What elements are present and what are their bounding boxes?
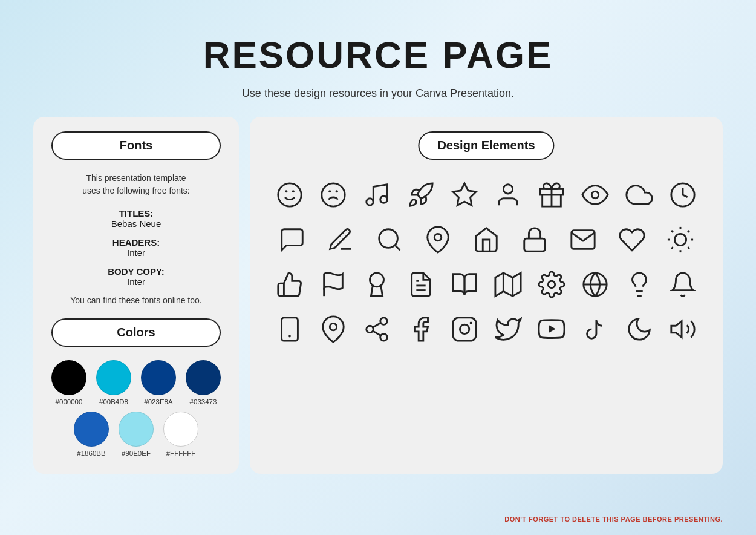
envelope-icon — [562, 222, 604, 258]
svg-point-34 — [548, 281, 555, 288]
fonts-header: Fonts — [51, 131, 221, 160]
facebook-icon — [400, 311, 442, 347]
color-swatch — [163, 412, 198, 447]
page-title: RESOURCE PAGE — [0, 0, 756, 76]
color-swatch — [96, 360, 131, 395]
svg-rect-37 — [282, 318, 298, 341]
icons-row-4 — [268, 311, 705, 347]
flag-icon — [312, 266, 354, 303]
svg-line-44 — [373, 323, 381, 327]
lock-icon — [513, 222, 556, 258]
find-fonts-text: You can find these fonts online too. — [51, 295, 221, 305]
left-panel: Fonts This presentation template uses th… — [33, 117, 239, 474]
fonts-description: This presentation template uses the foll… — [51, 172, 221, 197]
twitter-icon — [487, 311, 529, 347]
color-swatch — [119, 412, 154, 447]
chat-icon — [271, 222, 313, 258]
trophy-icon — [356, 266, 398, 303]
icons-row-1 — [268, 177, 705, 213]
svg-point-0 — [278, 183, 301, 206]
design-elements-header: Design Elements — [418, 131, 554, 160]
svg-line-21 — [671, 231, 673, 232]
color-swatch — [141, 360, 176, 395]
svg-point-9 — [503, 185, 512, 194]
color-black: #000000 — [51, 360, 86, 405]
color-swatch — [186, 360, 221, 395]
svg-point-42 — [380, 334, 388, 341]
page-subtitle: Use these design resources in your Canva… — [0, 87, 756, 100]
font-titles: TITLES: Bebas Neue — [51, 208, 221, 229]
svg-point-16 — [434, 234, 442, 241]
color-swatch — [51, 360, 86, 395]
svg-line-15 — [394, 245, 399, 250]
svg-point-28 — [370, 273, 384, 287]
color-row-1: #000000 #00B4D8 #023E8A #033473 — [51, 360, 221, 405]
rocket-icon — [400, 177, 442, 213]
thumbsup-icon — [269, 266, 311, 303]
colors-header: Colors — [51, 318, 221, 347]
smiley-icon — [269, 177, 311, 213]
megaphone-icon — [662, 311, 704, 347]
star-icon — [443, 177, 486, 213]
svg-marker-8 — [453, 183, 476, 205]
svg-point-6 — [367, 199, 374, 206]
icons-grid — [268, 177, 705, 347]
icons-row-2 — [268, 222, 705, 258]
svg-line-25 — [671, 247, 673, 249]
pin-icon — [417, 222, 459, 258]
document-icon — [400, 266, 442, 303]
svg-point-41 — [367, 326, 374, 333]
music-icon — [356, 177, 398, 213]
color-swatch — [74, 412, 109, 447]
svg-point-7 — [380, 196, 388, 203]
globe-icon — [574, 266, 616, 303]
icons-row-3 — [268, 266, 705, 303]
svg-rect-17 — [524, 238, 546, 251]
svg-point-39 — [330, 323, 337, 330]
color-medium-blue: #1860BB — [74, 412, 109, 457]
svg-rect-45 — [453, 318, 476, 341]
color-light-blue: #90E0EF — [119, 412, 154, 457]
clock-icon — [662, 177, 704, 213]
svg-marker-31 — [495, 273, 521, 296]
svg-line-43 — [373, 331, 381, 336]
color-dark-blue: #023E8A — [141, 360, 176, 405]
svg-line-22 — [688, 247, 689, 249]
svg-marker-47 — [549, 325, 556, 333]
main-container: Fonts This presentation template uses th… — [33, 117, 723, 474]
sad-face-icon — [312, 177, 354, 213]
svg-point-12 — [592, 191, 599, 199]
book-icon — [443, 266, 486, 303]
tiktok-icon — [574, 311, 616, 347]
gear-icon — [530, 266, 573, 303]
moon-icon — [618, 311, 660, 347]
svg-line-26 — [688, 231, 689, 232]
lightbulb-icon — [618, 266, 660, 303]
sun-icon — [659, 222, 702, 258]
person-icon — [487, 177, 529, 213]
color-navy: #033473 — [186, 360, 221, 405]
svg-point-18 — [674, 234, 686, 245]
right-panel: Design Elements — [250, 117, 723, 474]
mobile-icon — [269, 311, 311, 347]
eye-icon — [574, 177, 616, 213]
color-cyan: #00B4D8 — [96, 360, 131, 405]
color-white: #FFFFFF — [163, 412, 198, 457]
home-icon — [465, 222, 507, 258]
map-icon — [487, 266, 529, 303]
share-icon — [356, 311, 398, 347]
cloud-icon — [618, 177, 660, 213]
instagram-icon — [443, 311, 486, 347]
font-headers: HEADERS: Inter — [51, 237, 221, 258]
youtube-icon — [530, 311, 573, 347]
font-body: BODY COPY: Inter — [51, 266, 221, 287]
svg-point-40 — [380, 318, 388, 325]
svg-point-3 — [322, 183, 345, 206]
bell-icon — [662, 266, 704, 303]
heart-icon — [611, 222, 653, 258]
gift-icon — [530, 177, 573, 213]
footer-note: DON'T FORGET TO DELETE THIS PAGE BEFORE … — [504, 516, 723, 523]
pencil-icon — [319, 222, 362, 258]
location-icon — [312, 311, 354, 347]
svg-point-14 — [379, 229, 397, 248]
